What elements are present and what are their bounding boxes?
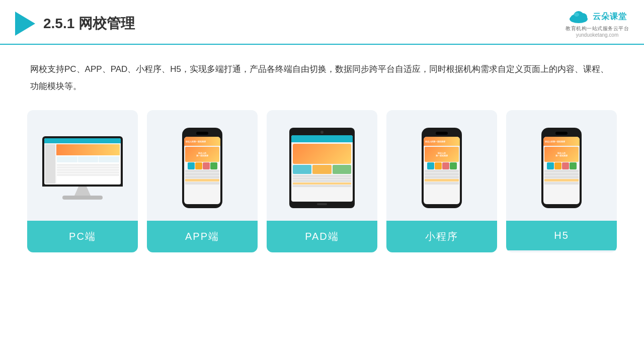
phone-screen-2: 职达人的第一堂机推课 职达人的第一堂机推课	[424, 137, 460, 204]
play-icon	[15, 12, 35, 36]
card-miniprogram: 职达人的第一堂机推课 职达人的第一堂机推课	[386, 110, 497, 252]
phone-screen-3: 职达人的第一堂机推课 职达人的第一堂机推课	[543, 137, 580, 204]
monitor-base	[62, 196, 103, 200]
pad-device	[289, 128, 355, 208]
phone-notch-3	[555, 132, 568, 135]
page-title: 2.5.1 网校管理	[43, 14, 135, 33]
card-pc-label: PC端	[27, 221, 138, 252]
cloud-icon	[568, 9, 590, 24]
phone-miniprogram: 职达人的第一堂机推课 职达人的第一堂机推课	[422, 128, 462, 208]
description-text: 网校支持PC、APP、PAD、小程序、H5，实现多端打通，产品各终端自由切换，数…	[0, 45, 644, 95]
phone-h5: 职达人的第一堂机推课 职达人的第一堂机推课	[541, 128, 582, 208]
pad-screen	[291, 135, 353, 202]
logo-tagline: 教育机构一站式服务云平台	[566, 25, 629, 32]
pc-monitor	[40, 136, 125, 200]
card-pad-image	[267, 110, 377, 221]
title-num: 2.5.1	[43, 16, 74, 31]
card-pc: PC端	[27, 110, 138, 252]
pad-camera	[320, 131, 324, 134]
phone-screen: 职达人的第一堂机推课 职达人的第一堂机推课	[184, 137, 220, 204]
card-miniprogram-image: 职达人的第一堂机推课 职达人的第一堂机推课	[386, 110, 497, 221]
monitor-body	[42, 136, 123, 187]
card-h5-image: 职达人的第一堂机推课 职达人的第一堂机推课	[506, 110, 617, 221]
pad-home-button	[317, 203, 327, 205]
card-app-image: 职达人的第一堂机推课 职达人的第一堂机推课	[147, 110, 258, 221]
header-left: 2.5.1 网校管理	[15, 12, 135, 36]
card-pad: PAD端	[267, 110, 377, 252]
logo-name: 云朵课堂	[593, 12, 627, 22]
phone-notch-2	[436, 132, 448, 135]
logo-area: 云朵课堂 教育机构一站式服务云平台 yunduoketang.com	[566, 9, 629, 38]
monitor-stand	[72, 187, 93, 196]
title-text: 网校管理	[78, 16, 135, 31]
card-app: 职达人的第一堂机推课 职达人的第一堂机推课	[147, 110, 258, 252]
card-h5-label: H5	[506, 221, 617, 250]
card-pad-label: PAD端	[267, 221, 377, 252]
card-miniprogram-label: 小程序	[386, 221, 497, 252]
logo-cloud: 云朵课堂	[568, 9, 627, 24]
card-app-label: APP端	[147, 221, 258, 252]
monitor-screen	[44, 138, 121, 185]
svg-point-4	[574, 13, 579, 17]
phone-notch	[196, 132, 208, 135]
cards-container: PC端 职达人的第一堂机推课 职达人的第一堂机推课	[0, 95, 644, 252]
phone-app: 职达人的第一堂机推课 职达人的第一堂机推课	[182, 128, 222, 208]
logo-domain: yunduoketang.com	[576, 32, 619, 38]
page-header: 2.5.1 网校管理 云朵课堂 教育机构一站式服务云平台 yunduoketan…	[0, 0, 644, 45]
card-h5: 职达人的第一堂机推课 职达人的第一堂机推课	[506, 110, 617, 252]
card-pc-image	[27, 110, 138, 221]
